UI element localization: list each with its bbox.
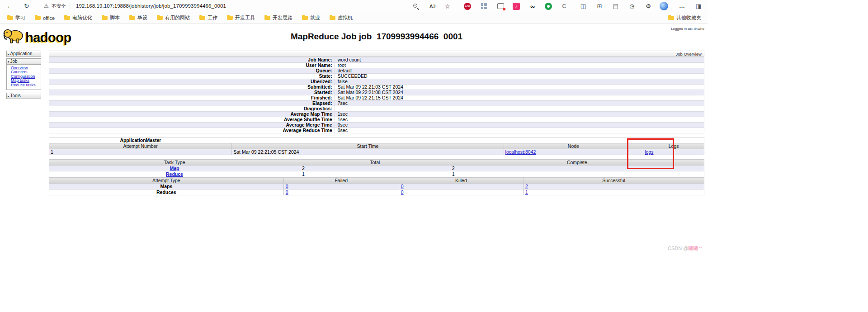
overview-label: Job Name: bbox=[49, 57, 335, 63]
chevron-down-icon: ▾ bbox=[8, 60, 9, 63]
zoom-indicator-icon[interactable] bbox=[411, 0, 420, 12]
killed-reduces-link[interactable]: 0 bbox=[401, 189, 404, 195]
bookmark-folder[interactable]: 开发思路 bbox=[264, 14, 292, 21]
task-type-cell: Map bbox=[49, 165, 300, 171]
split-screen-icon[interactable]: ◫ bbox=[579, 0, 588, 12]
profile-avatar[interactable] bbox=[659, 0, 668, 12]
hadoop-elephant-icon bbox=[3, 25, 24, 44]
successful-reduces-link[interactable]: 1 bbox=[525, 189, 528, 195]
annotation-red-box bbox=[627, 138, 674, 169]
bookmark-label: 有用的网站 bbox=[165, 14, 190, 21]
history-icon[interactable]: ◷ bbox=[627, 0, 637, 12]
bookmark-folder[interactable]: 有用的网站 bbox=[157, 14, 190, 21]
sidebar-header-job[interactable]: ▾Job bbox=[7, 59, 41, 64]
bookmark-folder[interactable]: 学习 bbox=[7, 14, 25, 21]
bookmark-label: 虚拟机 bbox=[338, 14, 353, 21]
overview-value bbox=[335, 106, 704, 112]
notification-extension-icon[interactable] bbox=[496, 0, 505, 12]
url-text[interactable]: 192.168.19.107:19888/jobhistory/job/job_… bbox=[76, 0, 226, 12]
tasks-complete-cell: 1 bbox=[450, 171, 704, 177]
application-master-title: ApplicationMaster bbox=[49, 137, 232, 143]
bookmarks-bar: 学习 office 电脑优化 脚本 毕设 有用的网站 工作 开发工具 开发思路 … bbox=[0, 12, 708, 24]
other-favorites[interactable]: 其他收藏夹 bbox=[668, 14, 708, 21]
attempts-table: Attempt Type Failed Killed Successful Ma… bbox=[49, 177, 704, 195]
table-row: Reduce 1 1 bbox=[49, 171, 704, 177]
bookmark-label: 电脑优化 bbox=[72, 14, 92, 21]
table-row: User Name:root bbox=[49, 63, 704, 68]
bookmark-folder[interactable]: 脚本 bbox=[102, 14, 120, 21]
collections-icon[interactable]: ⊞ bbox=[595, 0, 604, 12]
refresh-icon[interactable]: ↻ bbox=[24, 0, 29, 12]
more-options-icon[interactable]: … bbox=[678, 0, 687, 12]
start-time-cell: Sat Mar 09 22:21:05 CST 2024 bbox=[232, 149, 504, 155]
overview-value: SUCCEEDED bbox=[335, 74, 704, 79]
sidebar-panel-icon[interactable]: ◨ bbox=[694, 0, 703, 12]
avatar-image bbox=[660, 2, 668, 10]
music-extension-icon[interactable]: ♪ bbox=[512, 0, 521, 12]
overview-label: Finished: bbox=[49, 95, 335, 101]
green-circle-glyph bbox=[545, 3, 552, 10]
bookmark-folder[interactable]: 就业 bbox=[302, 14, 320, 21]
grid-extension-icon[interactable] bbox=[479, 0, 488, 12]
infinity-extension-icon[interactable]: ∞ bbox=[528, 0, 537, 12]
node-link[interactable]: localhost:8042 bbox=[505, 149, 536, 155]
sidebar-section-job: ▾Job Overview Counters Configuration Map… bbox=[6, 58, 41, 90]
green-extension-icon[interactable] bbox=[544, 0, 553, 12]
watermark-name: 嗯嗯** bbox=[688, 246, 702, 251]
bookmark-label: 学习 bbox=[15, 14, 25, 21]
not-secure-warning-icon[interactable]: ⚠ bbox=[44, 0, 49, 12]
sidebar-header-application[interactable]: ▸Application bbox=[7, 51, 41, 57]
adblock-extension-icon[interactable]: ABP bbox=[463, 0, 472, 12]
folder-icon bbox=[157, 16, 163, 20]
sidebar-header-tools[interactable]: ▸Tools bbox=[7, 93, 41, 99]
extensions-icon[interactable]: ⚙ bbox=[644, 0, 653, 12]
sidebar-item-reduce-tasks[interactable]: Reduce tasks bbox=[11, 83, 40, 87]
table-row: Average Reduce Time0sec bbox=[49, 128, 704, 133]
watermark: CSDN @嗯嗯** bbox=[668, 245, 702, 252]
back-icon[interactable]: ← bbox=[7, 0, 13, 12]
attempt-type-cell: Reduces bbox=[49, 189, 284, 195]
overview-label: Elapsed: bbox=[49, 101, 335, 106]
read-aloud-icon[interactable]: A bbox=[428, 0, 437, 12]
overview-label: Average Shuffle Time bbox=[49, 117, 335, 123]
failed-maps-link[interactable]: 0 bbox=[286, 184, 288, 189]
overview-label: User Name: bbox=[49, 63, 335, 68]
bookmark-folder[interactable]: 虚拟机 bbox=[330, 14, 353, 21]
bookmark-folder[interactable]: 电脑优化 bbox=[64, 14, 92, 21]
killed-cell: 0 bbox=[399, 184, 523, 189]
abp-badge: ABP bbox=[464, 3, 471, 10]
map-tasks-link[interactable]: Map bbox=[170, 165, 179, 171]
overview-value: Sat Mar 09 22:21:15 CST 2024 bbox=[335, 95, 704, 101]
overview-value: Sat Mar 09 22:21:03 CST 2024 bbox=[335, 85, 704, 90]
attempt-type-cell: Maps bbox=[49, 184, 284, 189]
grid-glyph bbox=[481, 3, 487, 9]
sidebar-section-tools: ▸Tools bbox=[6, 93, 41, 99]
overview-label: Average Reduce Time bbox=[49, 128, 335, 133]
bookmark-folder[interactable]: 毕设 bbox=[129, 14, 147, 21]
overview-value: false bbox=[335, 79, 704, 85]
reduce-tasks-link[interactable]: Reduce bbox=[166, 171, 183, 177]
bookmark-label: 脚本 bbox=[110, 14, 120, 21]
bookmarks-list: 学习 office 电脑优化 脚本 毕设 有用的网站 工作 开发工具 开发思路 … bbox=[0, 14, 668, 21]
security-label[interactable]: 不安全 bbox=[52, 0, 66, 12]
table-row: Map 2 2 bbox=[49, 165, 704, 171]
read-aloud-glyph: A bbox=[429, 4, 435, 9]
favorite-star-icon[interactable]: ☆ bbox=[443, 0, 452, 12]
successful-maps-link[interactable]: 2 bbox=[525, 184, 528, 189]
bookmark-label: 毕设 bbox=[137, 14, 147, 21]
tab-actions-icon[interactable]: ▤ bbox=[611, 0, 620, 12]
c-extension-icon[interactable]: C bbox=[560, 0, 569, 12]
killed-maps-link[interactable]: 0 bbox=[401, 184, 404, 189]
overview-label: Average Merge Time bbox=[49, 123, 335, 128]
music-note-icon: ♪ bbox=[513, 3, 520, 10]
table-row: Submitted:Sat Mar 09 22:21:03 CST 2024 bbox=[49, 85, 704, 90]
overview-label: Diagnostics: bbox=[49, 106, 335, 112]
folder-icon bbox=[64, 16, 70, 20]
bookmark-folder[interactable]: 开发工具 bbox=[227, 14, 255, 21]
table-header-row: Attempt Type Failed Killed Successful bbox=[49, 178, 704, 184]
bookmark-folder[interactable]: 工作 bbox=[199, 14, 217, 21]
column-header-task-type: Task Type bbox=[49, 160, 300, 165]
bookmark-folder[interactable]: office bbox=[35, 15, 55, 21]
failed-reduces-link[interactable]: 0 bbox=[286, 189, 288, 195]
address-separator: | bbox=[69, 0, 71, 12]
